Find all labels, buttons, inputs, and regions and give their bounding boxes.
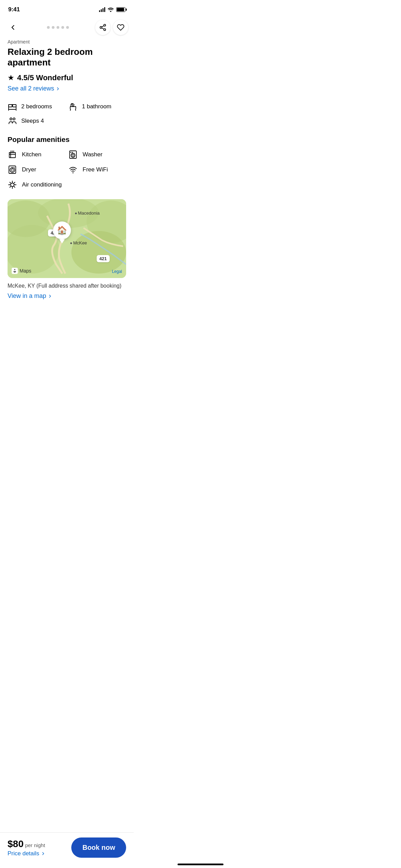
svg-line-35: [10, 186, 11, 188]
share-button[interactable]: [95, 20, 110, 35]
sleeps-detail: Sleeps 4: [8, 116, 126, 126]
kitchen-amenity: Kitchen: [8, 150, 65, 159]
svg-point-20: [72, 152, 73, 153]
rating-text: 4.5/5 Wonderful: [17, 73, 73, 82]
wifi-status-icon: [108, 7, 114, 12]
map-legal[interactable]: Legal: [112, 269, 122, 274]
signal-icon: [99, 7, 106, 12]
apple-maps-text: Maps: [20, 268, 31, 274]
dryer-amenity: Dryer: [8, 165, 65, 174]
map-pin-house: 🏠: [53, 221, 71, 239]
dot-3: [57, 26, 59, 29]
svg-point-17: [71, 153, 75, 157]
dryer-icon: [8, 165, 17, 174]
map-pin-tail: [59, 239, 65, 243]
bedrooms-text: 2 bedrooms: [21, 103, 52, 110]
svg-point-19: [70, 152, 71, 153]
nav-actions: [95, 20, 128, 35]
map-road-badge-421b: 421: [97, 255, 110, 262]
wifi-amenity-icon: [68, 165, 78, 174]
status-bar: 9:41: [0, 0, 134, 17]
dot-5: [66, 26, 69, 29]
svg-point-26: [73, 172, 74, 173]
amenities-title: Popular amenities: [8, 135, 126, 144]
sleeps-icon: [8, 116, 17, 126]
dryer-text: Dryer: [22, 166, 36, 173]
apple-maps-branding: Maps: [12, 268, 31, 274]
property-type: Apartment: [8, 39, 126, 45]
bedrooms-detail: 2 bedrooms: [8, 102, 65, 111]
property-title: Relaxing 2 bedroom apartment: [8, 47, 126, 68]
svg-point-18: [72, 154, 74, 156]
image-pagination: [47, 26, 69, 29]
dot-2: [52, 26, 54, 29]
ac-icon: [8, 180, 17, 190]
svg-rect-12: [9, 153, 15, 158]
svg-line-34: [14, 182, 15, 184]
location-text: McKee, KY (Full address shared after boo…: [8, 283, 126, 289]
status-time: 9:41: [8, 6, 20, 13]
sleeps-text: Sleeps 4: [21, 118, 44, 124]
svg-point-8: [13, 118, 15, 120]
map-pin: 🏠: [53, 221, 71, 243]
svg-line-32: [10, 182, 11, 184]
washer-amenity: Washer: [68, 150, 126, 159]
svg-rect-2: [13, 105, 16, 107]
washer-text: Washer: [83, 151, 102, 158]
view-in-map-text: View in a map: [8, 292, 46, 300]
bathroom-icon: [68, 102, 78, 111]
bathroom-text: 1 bathroom: [82, 103, 111, 110]
wifi-amenity: Free WiFi: [68, 165, 126, 174]
main-content: Apartment Relaxing 2 bedroom apartment ★…: [0, 39, 134, 300]
map-label-macedonia: Macedonia: [75, 210, 100, 216]
bathroom-detail: 1 bathroom: [68, 102, 126, 111]
status-icons: [99, 7, 126, 12]
kitchen-text: Kitchen: [22, 151, 41, 158]
dot-4: [61, 26, 64, 29]
kitchen-icon: [8, 150, 17, 159]
star-icon: ★: [8, 73, 14, 82]
nav-bar: [0, 17, 134, 39]
svg-point-6: [72, 104, 74, 106]
see-reviews-link[interactable]: See all 2 reviews: [8, 85, 126, 92]
washer-icon: [68, 150, 78, 159]
bedroom-icon: [8, 102, 17, 111]
view-in-map-link[interactable]: View in a map: [8, 292, 126, 300]
back-button[interactable]: [5, 20, 21, 35]
dot-1: [47, 26, 50, 29]
rating-row: ★ 4.5/5 Wonderful: [8, 73, 126, 82]
map-background: Macedonia 421 🏠 McKee 421 Maps Legal: [8, 199, 126, 278]
battery-icon: [116, 7, 125, 12]
map-label-mckee: McKee: [70, 240, 87, 245]
map-container[interactable]: Macedonia 421 🏠 McKee 421 Maps Legal: [8, 199, 126, 278]
amenities-grid: Kitchen Washer Dryer: [8, 150, 126, 190]
svg-rect-1: [9, 105, 12, 107]
ac-amenity: Air conditioning: [8, 180, 126, 190]
svg-line-33: [14, 186, 15, 188]
svg-rect-42: [12, 268, 18, 274]
reviews-link-text: See all 2 reviews: [8, 85, 54, 92]
svg-point-23: [11, 169, 14, 171]
svg-point-7: [10, 118, 12, 120]
wifi-text: Free WiFi: [83, 166, 108, 173]
ac-text: Air conditioning: [22, 181, 62, 188]
property-details: 2 bedrooms 1 bathroom Sleeps 4: [8, 102, 126, 126]
favorite-button[interactable]: [113, 20, 128, 35]
